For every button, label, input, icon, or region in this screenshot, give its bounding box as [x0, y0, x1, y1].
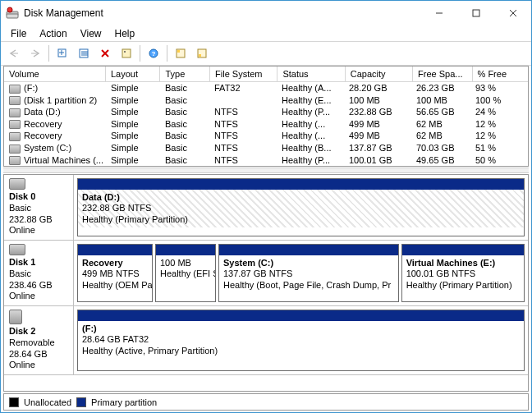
svg-rect-4 — [473, 10, 479, 16]
volume-fs: FAT32 — [209, 82, 277, 94]
volume-free: 70.03 GB — [411, 142, 470, 154]
disk-type: Removable — [9, 337, 55, 347]
volume-name: (Disk 1 partition 2) — [24, 95, 97, 105]
volume-pct: 12 % — [470, 118, 526, 131]
menu-view[interactable]: View — [74, 26, 108, 41]
disk-info[interactable]: Disk 2Removable28.64 GBOnline — [4, 306, 74, 374]
volume-type: Basic — [160, 130, 209, 142]
maximize-button[interactable] — [457, 1, 494, 25]
volume-row[interactable]: (Disk 1 partition 2)SimpleBasicHealthy (… — [4, 94, 528, 107]
volume-name: Virtual Machines (... — [24, 155, 103, 165]
minimize-button[interactable] — [420, 1, 457, 25]
legend: Unallocated Primary partition — [3, 393, 529, 411]
volume-type: Basic — [160, 118, 209, 131]
partition[interactable]: Recovery499 MB NTFSHealthy (OEM Partit — [77, 244, 153, 302]
volume-capacity: 100 MB — [344, 94, 411, 107]
svg-rect-21 — [177, 50, 180, 53]
disk-icon — [9, 244, 25, 255]
volume-pct: 24 % — [470, 106, 526, 118]
volume-icon — [9, 156, 21, 165]
volume-fs: NTFS — [209, 118, 277, 131]
legend-primary-label: Primary partition — [91, 397, 157, 407]
volume-row[interactable]: RecoverySimpleBasicNTFSHealthy (...499 M… — [4, 130, 528, 142]
partition-title: Virtual Machines (E:) — [406, 258, 496, 268]
volume-capacity: 28.20 GB — [344, 82, 411, 94]
menu-file[interactable]: File — [4, 26, 33, 41]
col-volume[interactable]: Volume — [4, 67, 106, 81]
volume-capacity: 100.01 GB — [344, 154, 411, 167]
col-status[interactable]: Status — [277, 67, 345, 81]
partition-size: 137.87 GB NTFS — [223, 268, 292, 278]
volume-layout: Simple — [106, 94, 160, 107]
disk-label: Disk 2 — [9, 326, 35, 336]
disk-graphical-icon[interactable] — [192, 44, 212, 63]
disk-size: 28.64 GB — [9, 349, 47, 359]
menu-help[interactable]: Help — [108, 26, 142, 41]
partition-status: Healthy (EFI S) — [160, 268, 215, 278]
refresh-icon[interactable] — [53, 44, 72, 63]
partition[interactable]: Virtual Machines (E:)100.01 GB NTFSHealt… — [401, 244, 525, 302]
volume-row[interactable]: Data (D:)SimpleBasicNTFSHealthy (P...232… — [4, 106, 528, 118]
volume-list[interactable]: Volume Layout Type File System Status Ca… — [3, 66, 529, 167]
volume-row[interactable]: RecoverySimpleBasicNTFSHealthy (...499 M… — [4, 118, 528, 131]
disk-graphical-view[interactable]: Disk 0Basic232.88 GBOnlineData (D:)232.8… — [3, 174, 529, 392]
disk-list-icon[interactable] — [171, 44, 190, 63]
volume-pct: 12 % — [470, 130, 526, 142]
list-icon[interactable] — [74, 44, 94, 63]
partition-title: System (C:) — [223, 258, 273, 268]
close-button[interactable] — [494, 1, 531, 25]
properties-icon[interactable] — [117, 44, 136, 63]
partition[interactable]: (F:)28.64 GB FAT32Healthy (Active, Prima… — [77, 310, 525, 371]
disk-info[interactable]: Disk 1Basic238.46 GBOnline — [4, 241, 74, 305]
disk-info[interactable]: Disk 0Basic232.88 GBOnline — [4, 175, 74, 240]
help-icon[interactable]: ? — [144, 44, 163, 63]
disk-partitions: Data (D:)232.88 GB NTFSHealthy (Primary … — [74, 175, 528, 240]
col-free-space[interactable]: Free Spa... — [413, 67, 472, 81]
disk-type: Basic — [9, 268, 31, 278]
partition-status: Healthy (Boot, Page File, Crash Dump, Pr — [223, 280, 391, 290]
volume-status: Healthy (B... — [277, 142, 344, 154]
volume-layout: Simple — [106, 130, 160, 142]
back-button[interactable] — [4, 44, 24, 63]
col-filesystem[interactable]: File System — [210, 67, 277, 81]
volume-icon — [9, 132, 21, 141]
volume-name: Recovery — [24, 131, 62, 140]
volume-capacity: 232.88 GB — [344, 106, 411, 118]
partition-title: Recovery — [82, 258, 123, 268]
splitter-handle[interactable] — [3, 167, 529, 173]
partition[interactable]: 100 MBHealthy (EFI S) — [155, 244, 216, 302]
toolbar-separator — [48, 45, 49, 62]
volume-fs: NTFS — [209, 106, 277, 118]
disk-state: Online — [9, 360, 35, 369]
volume-free: 100 MB — [411, 94, 470, 107]
partition[interactable]: System (C:)137.87 GB NTFSHealthy (Boot, … — [218, 244, 399, 302]
volume-fs: NTFS — [209, 130, 277, 142]
disk-state: Online — [9, 291, 35, 301]
volume-free: 62 MB — [411, 118, 470, 131]
volume-free: 49.65 GB — [411, 154, 470, 167]
volume-row[interactable]: (F:)SimpleBasicFAT32Healthy (A...28.20 G… — [4, 82, 528, 94]
delete-icon[interactable] — [95, 44, 115, 63]
volume-row[interactable]: Virtual Machines (...SimpleBasicNTFSHeal… — [4, 154, 528, 167]
col-capacity[interactable]: Capacity — [346, 67, 413, 81]
volume-row[interactable]: System (C:)SimpleBasicNTFSHealthy (B...1… — [4, 142, 528, 154]
volume-pct: 51 % — [470, 142, 526, 154]
volume-type: Basic — [160, 154, 209, 167]
volume-list-header[interactable]: Volume Layout Type File System Status Ca… — [4, 67, 528, 82]
volume-free: 26.23 GB — [411, 82, 470, 94]
partition[interactable]: Data (D:)232.88 GB NTFSHealthy (Primary … — [77, 178, 525, 236]
col-layout[interactable]: Layout — [106, 67, 161, 81]
volume-status: Healthy (E... — [277, 94, 344, 107]
svg-point-2 — [7, 7, 12, 12]
toolbar: ? — [1, 42, 531, 66]
col-pct-free[interactable]: % Free — [473, 67, 528, 81]
titlebar[interactable]: Disk Management — [1, 1, 531, 25]
partition-stripe — [402, 245, 524, 255]
col-type[interactable]: Type — [160, 67, 210, 81]
disk-state: Online — [9, 225, 35, 235]
partition-title: (F:) — [82, 324, 97, 333]
volume-layout: Simple — [106, 142, 160, 154]
forward-button[interactable] — [25, 44, 45, 63]
volume-pct: 50 % — [470, 154, 526, 167]
menu-action[interactable]: Action — [33, 26, 73, 41]
